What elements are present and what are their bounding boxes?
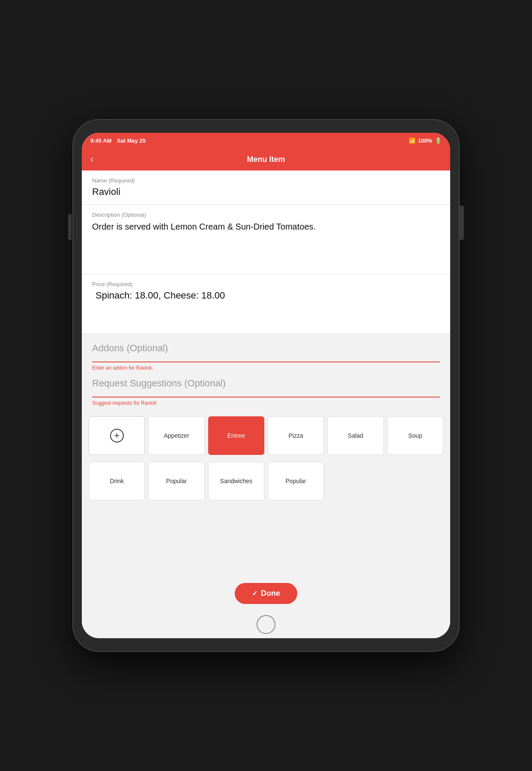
category-sandwiches[interactable]: Sandwiches bbox=[208, 462, 264, 500]
done-label: Done bbox=[261, 589, 280, 598]
category-soup[interactable]: Soup bbox=[387, 416, 443, 455]
category-entree-label: Entree bbox=[227, 432, 245, 439]
description-field-section: Description (Optional) Order is served w… bbox=[82, 205, 450, 274]
back-button[interactable]: ‹ bbox=[90, 154, 93, 165]
content-area: Name (Required) Ravioli Description (Opt… bbox=[82, 170, 450, 576]
price-field-section: Price (Required) Spinach: 18.00, Cheese:… bbox=[82, 274, 450, 334]
addons-input-container[interactable] bbox=[92, 360, 440, 362]
category-pizza-label: Pizza bbox=[289, 432, 303, 439]
category-add-button[interactable]: + bbox=[89, 416, 145, 455]
addons-hint: Enter an addon for Ravioli. bbox=[92, 365, 440, 371]
battery-icon: 🔋 bbox=[435, 137, 442, 144]
request-input-container[interactable] bbox=[92, 395, 440, 397]
category-salad-label: Salad bbox=[348, 432, 363, 439]
name-value[interactable]: Ravioli bbox=[92, 186, 440, 197]
addons-section: Addons (Optional) Enter an addon for Rav… bbox=[82, 334, 450, 371]
category-popular-1-label: Popular bbox=[166, 478, 187, 484]
status-time: 9:45 AM bbox=[90, 137, 111, 144]
category-sandwiches-label: Sandwiches bbox=[220, 478, 253, 484]
price-value[interactable]: Spinach: 18.00, Cheese: 18.00 bbox=[92, 290, 440, 301]
addons-label: Addons (Optional) bbox=[92, 343, 440, 354]
bottom-area: ✓ Done bbox=[82, 576, 450, 611]
category-grid-row2: Drink Popular Sandwiches Popular bbox=[82, 462, 450, 535]
category-grid-row1: + Appetizer Entree Pizza Salad Soup bbox=[82, 413, 450, 462]
description-value[interactable]: Order is served with Lemon Cream & Sun-D… bbox=[92, 221, 440, 233]
screen: 9:45 AM Sat May 25 📶 100% 🔋 ‹ Menu Item … bbox=[82, 133, 450, 638]
device-frame: 9:45 AM Sat May 25 📶 100% 🔋 ‹ Menu Item … bbox=[73, 120, 459, 651]
status-date: Sat May 25 bbox=[117, 137, 146, 144]
category-popular-2-label: Popular bbox=[286, 478, 306, 484]
category-drink-label: Drink bbox=[110, 478, 124, 484]
add-circle-icon: + bbox=[110, 429, 124, 442]
category-popular-1[interactable]: Popular bbox=[148, 462, 204, 500]
home-indicator bbox=[82, 611, 450, 638]
category-salad[interactable]: Salad bbox=[327, 416, 383, 455]
done-button[interactable]: ✓ Done bbox=[235, 583, 297, 604]
status-bar: 9:45 AM Sat May 25 📶 100% 🔋 bbox=[82, 133, 450, 148]
category-soup-label: Soup bbox=[408, 432, 422, 439]
home-button[interactable] bbox=[257, 615, 275, 634]
category-appetizer-label: Appetizer bbox=[164, 432, 189, 439]
category-pizza[interactable]: Pizza bbox=[268, 416, 324, 455]
category-popular-2[interactable]: Popular bbox=[268, 462, 324, 500]
category-appetizer[interactable]: Appetizer bbox=[148, 416, 204, 455]
description-label: Description (Optional) bbox=[92, 212, 440, 218]
done-checkmark-icon: ✓ bbox=[252, 589, 257, 598]
request-hint: Suggest requests for Ravioli bbox=[92, 400, 440, 406]
nav-bar: ‹ Menu Item bbox=[82, 148, 450, 170]
price-label: Price (Required) bbox=[92, 281, 440, 287]
request-label: Request Suggestions (Optional) bbox=[92, 378, 440, 389]
category-entree[interactable]: Entree bbox=[208, 416, 264, 455]
name-field-section: Name (Required) Ravioli bbox=[82, 170, 450, 205]
nav-title: Menu Item bbox=[247, 155, 285, 164]
request-section: Request Suggestions (Optional) Suggest r… bbox=[82, 378, 450, 406]
battery-level: 100% bbox=[418, 137, 432, 144]
name-label: Name (Required) bbox=[92, 177, 440, 184]
category-drink[interactable]: Drink bbox=[89, 462, 145, 500]
wifi-icon: 📶 bbox=[409, 137, 415, 144]
